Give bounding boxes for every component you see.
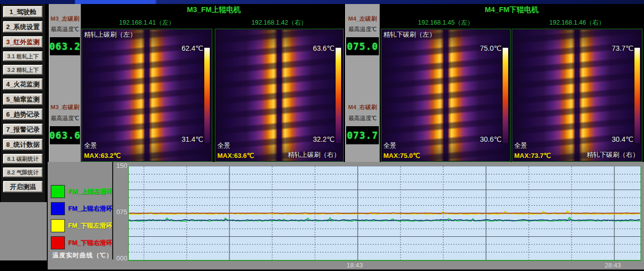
panorama-label: 全景 bbox=[84, 141, 97, 150]
led-readout-m3-right: 063.6 bbox=[50, 126, 80, 144]
sidebar-item-system-settings[interactable]: 2_系统设置 bbox=[3, 21, 43, 33]
color-scale-bar bbox=[335, 47, 342, 144]
max-temp-label: 最高温度℃ bbox=[49, 115, 80, 122]
scale-high-temp: 62.4℃ bbox=[182, 44, 203, 52]
max-temp-readout: MAX:63.6℃ bbox=[217, 152, 254, 159]
scale-high-temp: 63.6℃ bbox=[313, 44, 335, 52]
sidebar-item-shaft-monitor[interactable]: 5_轴窜监测 bbox=[3, 94, 43, 105]
sidebar-item-infrared-monitor[interactable]: 3_红外监测 bbox=[3, 36, 43, 48]
chart-legend: FM_上辊左滑环 FM_上辊右滑环 FM_下辊左滑环 FM_下辊右滑环 温度实时… bbox=[49, 162, 113, 259]
max-temp-label: 最高温度℃ bbox=[346, 26, 379, 33]
scale-low-temp: 32.2℃ bbox=[313, 135, 335, 143]
x-tick-2843: 28:43 bbox=[593, 261, 633, 269]
trend-panel: FM_上辊左滑环 FM_上辊右滑环 FM_下辊左滑环 FM_下辊右滑环 温度实时… bbox=[47, 162, 644, 269]
max-temp-readout: MAX:73.7℃ bbox=[514, 152, 551, 159]
panorama-label: 全景 bbox=[217, 141, 230, 150]
camera-ip-m3-right: 192.168.1.42（右） bbox=[215, 19, 344, 27]
camera-ip-m4-right: 192.168.1.46（右） bbox=[512, 19, 642, 27]
panorama-label: 全景 bbox=[383, 141, 396, 150]
thermal-view-m4-right: 精轧下碳刷（右） 73.7℃ 30.4℃ 全景 MAX:73.7℃ bbox=[512, 29, 642, 162]
brush-label: M4_右碳刷 bbox=[346, 104, 379, 111]
sidebar-item-airgap-stats[interactable]: 8.2 气隙统计 bbox=[3, 167, 43, 177]
y-tick-075: 075 bbox=[112, 208, 127, 216]
brush-panel-m4: M4_左碳刷 最高温度℃ 075.0 M4_右碳刷 最高温度℃ 073.7 bbox=[345, 4, 380, 162]
chart-title: 温度实时曲线（℃） bbox=[52, 251, 113, 260]
scale-high-temp: 75.0℃ bbox=[480, 44, 502, 52]
sidebar-item-cockpit[interactable]: 1_驾驶舱 bbox=[3, 6, 43, 18]
legend-label: FM_下辊右滑环 bbox=[68, 239, 113, 247]
color-scale-bar bbox=[204, 47, 210, 144]
legend-label: FM_上辊左滑环 bbox=[68, 188, 113, 196]
legend-swatch-blue bbox=[51, 202, 65, 215]
sidebar-item-finish-mill[interactable]: 3.2 精轧上下 bbox=[3, 65, 43, 75]
bottom-left-filler bbox=[0, 202, 47, 260]
legend-label: FM_上辊右滑环 bbox=[68, 205, 113, 213]
sidebar-item-spark-monitor[interactable]: 4_火花监测 bbox=[3, 78, 43, 90]
scale-low-temp: 30.6℃ bbox=[480, 135, 502, 143]
led-readout-m4-right: 073.7 bbox=[346, 126, 379, 144]
led-readout-m3-left: 063.2 bbox=[50, 37, 80, 55]
y-tick-150: 150 bbox=[112, 162, 127, 169]
panorama-label: 全景 bbox=[514, 141, 527, 150]
thermal-view-m3-right: 精轧上碳刷（右） 63.6℃ 32.2℃ 全景 MAX:63.6℃ bbox=[215, 29, 344, 162]
sidebar-item-statistics[interactable]: 8_统计数据 bbox=[3, 139, 43, 150]
brush-label: M4_左碳刷 bbox=[346, 15, 379, 23]
max-temp-label: 最高温度℃ bbox=[49, 26, 80, 33]
legend-swatch-yellow bbox=[51, 219, 65, 232]
led-readout-m4-left: 075.0 bbox=[346, 37, 379, 55]
sidebar-item-rough-mill[interactable]: 3.1 粗轧上下 bbox=[3, 51, 43, 61]
scale-low-temp: 30.4℃ bbox=[612, 135, 633, 143]
camera-name-label: 精轧下碳刷（右） bbox=[587, 150, 639, 159]
legend-item: FM_下辊左滑环 bbox=[51, 219, 112, 232]
legend-item: FM_上辊左滑环 bbox=[51, 185, 112, 198]
x-tick-1843: 18:43 bbox=[335, 261, 375, 269]
sidebar-item-brush-stats[interactable]: 8.1 碳刷统计 bbox=[3, 154, 43, 164]
scale-high-temp: 73.7℃ bbox=[612, 44, 633, 52]
title-bar bbox=[0, 0, 644, 4]
camera-name-label: 精轧上碳刷（左） bbox=[84, 30, 136, 39]
y-tick-000: 000 bbox=[112, 254, 127, 262]
camera-ip-m3-left: 192.168.1.41（左） bbox=[82, 19, 212, 27]
brush-label: M3_左碳刷 bbox=[49, 15, 80, 23]
color-scale-bar bbox=[502, 47, 509, 144]
trend-plot bbox=[128, 166, 641, 261]
camera-ip-m4-left: 192.168.1.45（左） bbox=[381, 19, 511, 27]
scale-low-temp: 31.4℃ bbox=[182, 135, 203, 143]
legend-item: FM_上辊右滑环 bbox=[51, 202, 112, 215]
thermal-view-m3-left: 精轧上碳刷（左） 62.4℃ 31.4℃ 全景 MAX:63.2℃ bbox=[82, 29, 212, 162]
group-title-m4: M4_FM下辊电机 bbox=[381, 5, 642, 15]
camera-name-label: 精轧上碳刷（右） bbox=[288, 150, 340, 159]
max-temp-readout: MAX:63.2℃ bbox=[84, 152, 121, 159]
legend-label: FM_下辊左滑环 bbox=[68, 222, 113, 230]
sidebar-item-trend-record[interactable]: 6_趋势记录 bbox=[3, 109, 43, 120]
color-scale-bar bbox=[634, 47, 640, 144]
max-temp-readout: MAX:75.0℃ bbox=[383, 152, 420, 159]
legend-swatch-green bbox=[51, 185, 65, 198]
group-title-m3: M3_FM上辊电机 bbox=[82, 5, 346, 15]
legend-swatch-red bbox=[51, 236, 65, 249]
camera-name-label: 精轧下碳刷（左） bbox=[383, 30, 436, 39]
brush-label: M3_右碳刷 bbox=[49, 104, 80, 111]
hmi-screen: 1_驾驶舱 2_系统设置 3_红外监测 3.1 粗轧上下 3.2 精轧上下 4_… bbox=[0, 0, 644, 271]
sidebar-item-alarm-record[interactable]: 7_报警记录 bbox=[3, 124, 43, 135]
max-temp-label: 最高温度℃ bbox=[346, 115, 379, 122]
start-measure-button[interactable]: 开启测温 bbox=[3, 181, 43, 193]
sidebar-nav: 1_驾驶舱 2_系统设置 3_红外监测 3.1 粗轧上下 3.2 精轧上下 4_… bbox=[1, 4, 45, 205]
brush-panel-m3: M3_左碳刷 最高温度℃ 063.2 M3_右碳刷 最高温度℃ 063.6 bbox=[49, 4, 81, 162]
thermal-view-m4-left: 精轧下碳刷（左） 75.0℃ 30.6℃ 全景 MAX:75.0℃ bbox=[381, 29, 511, 162]
trend-lines bbox=[129, 166, 640, 260]
legend-item: FM_下辊右滑环 bbox=[51, 236, 112, 249]
